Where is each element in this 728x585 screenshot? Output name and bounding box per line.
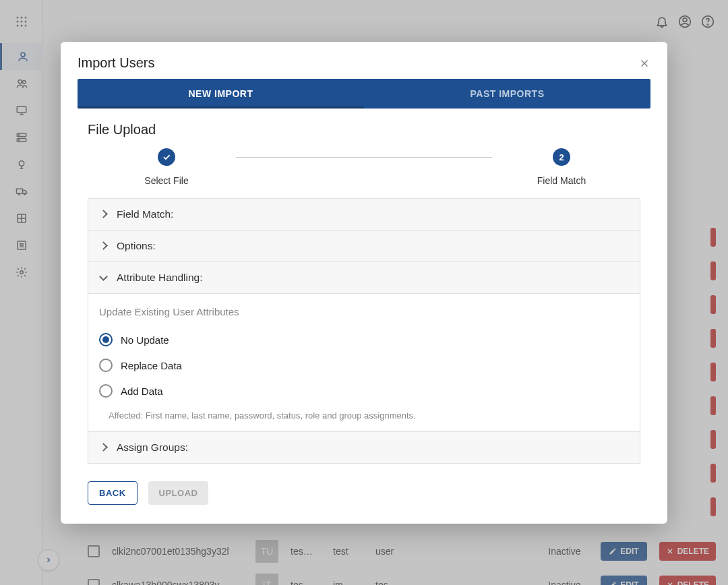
modal-tabs: NEW IMPORT PAST IMPORTS <box>78 79 650 109</box>
radio-no-update[interactable]: No Update <box>99 327 629 352</box>
accordion-label: Options: <box>117 240 156 252</box>
accordion-field-match: Field Match: <box>88 198 640 230</box>
chevron-right-icon <box>99 241 109 251</box>
step-field-match: 2 Field Match <box>492 148 631 186</box>
chevron-right-icon <box>99 443 109 452</box>
step-label: Select File <box>144 175 188 186</box>
tab-past-imports[interactable]: PAST IMPORTS <box>364 79 650 109</box>
accordion-head-attribute-handling[interactable]: Attribute Handling: <box>88 262 640 293</box>
accordion: Field Match: Options: Attribute Handling… <box>88 198 640 464</box>
radio-icon <box>99 359 113 372</box>
back-button[interactable]: BACK <box>88 481 138 505</box>
stepper: Select File 2 Field Match <box>88 148 640 186</box>
accordion-assign-groups: Assign Groups: <box>88 432 640 464</box>
step-number-icon: 2 <box>553 148 570 166</box>
tab-new-import[interactable]: NEW IMPORT <box>78 79 364 109</box>
accordion-label: Assign Groups: <box>117 441 188 454</box>
radio-label: No Update <box>121 334 169 346</box>
section-title: File Upload <box>88 122 667 137</box>
radio-icon <box>99 333 113 346</box>
radio-icon <box>99 384 113 398</box>
accordion-label: Attribute Handling: <box>117 272 203 284</box>
sub-label: Update Existing User Attributes <box>99 306 629 317</box>
accordion-attribute-handling: Attribute Handling: Update Existing User… <box>88 262 640 432</box>
radio-label: Add Data <box>121 386 163 397</box>
accordion-head-field-match[interactable]: Field Match: <box>88 199 640 230</box>
modal-footer: BACK UPLOAD <box>88 481 667 505</box>
radio-label: Replace Data <box>121 360 182 371</box>
close-icon[interactable] <box>638 57 650 69</box>
step-done-icon <box>158 148 175 166</box>
accordion-head-assign-groups[interactable]: Assign Groups: <box>88 432 640 463</box>
chevron-right-icon <box>99 210 109 219</box>
chevron-down-icon <box>99 273 109 282</box>
accordion-options: Options: <box>88 230 640 262</box>
upload-button[interactable]: UPLOAD <box>148 481 209 505</box>
import-users-modal: Import Users NEW IMPORT PAST IMPORTS Fil… <box>61 42 667 524</box>
step-connector <box>236 157 492 158</box>
accordion-head-options[interactable]: Options: <box>88 230 640 261</box>
modal-title: Import Users <box>78 55 154 71</box>
step-select-file: Select File <box>97 148 236 186</box>
accordion-label: Field Match: <box>117 208 173 220</box>
affected-note: Affected: First name, last name, passwor… <box>109 410 629 421</box>
attribute-handling-body: Update Existing User Attributes No Updat… <box>88 293 640 431</box>
radio-replace-data[interactable]: Replace Data <box>99 352 629 378</box>
modal-overlay: Import Users NEW IMPORT PAST IMPORTS Fil… <box>0 0 728 585</box>
radio-add-data[interactable]: Add Data <box>99 378 629 404</box>
step-label: Field Match <box>537 175 586 186</box>
